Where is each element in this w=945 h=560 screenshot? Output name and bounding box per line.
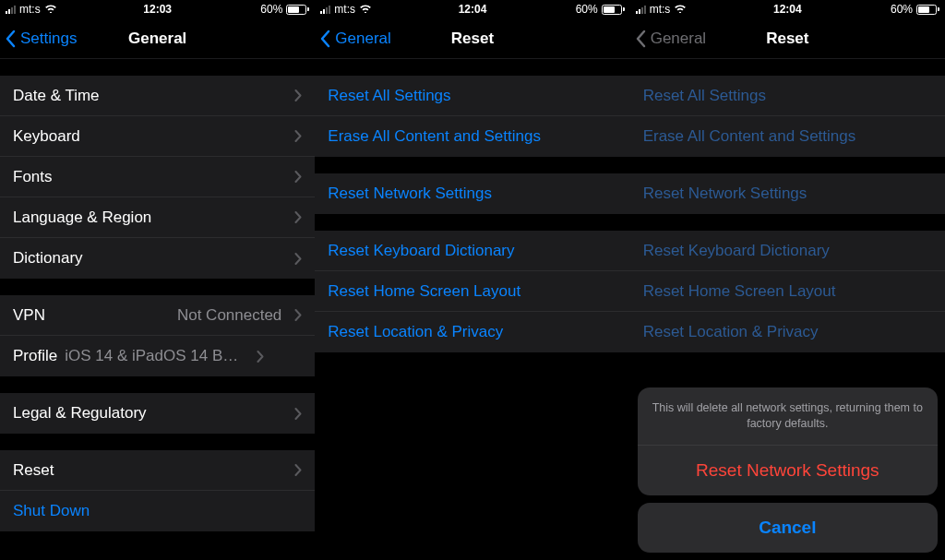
carrier-label: mt:s [19, 3, 41, 16]
battery-pct: 60% [891, 3, 913, 16]
row-reset-home-layout: Reset Home Screen Layout [630, 271, 945, 312]
nav-bar: General Reset [630, 18, 945, 59]
chevron-right-icon [294, 211, 302, 223]
chevron-right-icon [294, 89, 302, 101]
vpn-status: Not Connected [177, 306, 287, 325]
wifi-icon [44, 3, 57, 16]
chevron-right-icon [257, 351, 264, 363]
chevron-right-icon [294, 309, 302, 321]
row-reset-all: Reset All Settings [630, 76, 945, 116]
wifi-icon [674, 3, 687, 16]
sheet-message: This will delete all network settings, r… [638, 387, 938, 446]
chevron-right-icon [294, 253, 302, 265]
status-bar: mt:s 12:04 60% [630, 0, 945, 18]
carrier-label: mt:s [650, 3, 671, 16]
row-erase-all: Erase All Content and Settings [630, 116, 945, 157]
page-title: Reset [766, 30, 808, 48]
page-title: Reset [451, 30, 494, 48]
row-reset-network: Reset Network Settings [630, 173, 945, 214]
clock: 12:04 [773, 3, 802, 16]
chevron-left-icon [6, 30, 17, 48]
clock: 12:03 [143, 3, 172, 16]
back-label: General [651, 30, 706, 48]
row-shutdown[interactable]: Shut Down [0, 491, 315, 531]
clock: 12:04 [459, 3, 487, 16]
signal-icon [320, 5, 330, 14]
row-legal[interactable]: Legal & Regulatory [0, 393, 315, 434]
chevron-left-icon [636, 30, 647, 48]
row-dictionary[interactable]: Dictionary [0, 238, 315, 279]
status-bar: mt:s 12:03 60% [0, 0, 315, 18]
chevron-right-icon [294, 408, 302, 420]
nav-bar: Settings General [0, 18, 315, 59]
back-label: Settings [20, 30, 77, 48]
battery-icon [286, 5, 309, 15]
wifi-icon [359, 3, 372, 16]
action-sheet: This will delete all network settings, r… [638, 387, 938, 553]
back-button[interactable]: Settings [6, 30, 77, 48]
back-button[interactable]: General [320, 30, 390, 48]
signal-icon [636, 5, 646, 14]
row-reset-all[interactable]: Reset All Settings [315, 76, 629, 116]
row-reset-location-privacy: Reset Location & Privacy [630, 312, 945, 352]
chevron-right-icon [294, 464, 302, 476]
status-bar: mt:s 12:04 60% [315, 0, 629, 18]
row-vpn[interactable]: VPN Not Connected [0, 295, 315, 336]
back-label: General [335, 30, 390, 48]
screen-reset: mt:s 12:04 60% General Reset Reset All S… [315, 0, 629, 560]
row-reset[interactable]: Reset [0, 450, 315, 491]
row-fonts[interactable]: Fonts [0, 157, 315, 197]
row-reset-network[interactable]: Reset Network Settings [315, 173, 629, 214]
row-profile[interactable]: Profile iOS 14 & iPadOS 14 Beta Softwar.… [0, 336, 315, 376]
battery-pct: 60% [576, 3, 598, 16]
battery-pct: 60% [260, 3, 282, 16]
chevron-left-icon [320, 30, 331, 48]
chevron-right-icon [294, 171, 302, 183]
row-reset-home-layout[interactable]: Reset Home Screen Layout [315, 271, 629, 312]
screen-reset-confirm: mt:s 12:04 60% General Reset Reset All S… [630, 0, 945, 560]
chevron-right-icon [294, 130, 302, 142]
page-title: General [128, 30, 186, 48]
screen-general: mt:s 12:03 60% Settings General Date & T… [0, 0, 315, 560]
confirm-reset-network-button[interactable]: Reset Network Settings [638, 446, 938, 495]
signal-icon [6, 5, 16, 14]
row-language-region[interactable]: Language & Region [0, 197, 315, 238]
row-reset-location-privacy[interactable]: Reset Location & Privacy [315, 312, 629, 352]
profile-value: iOS 14 & iPadOS 14 Beta Softwar... [65, 347, 249, 365]
row-reset-keyboard-dict[interactable]: Reset Keyboard Dictionary [315, 231, 629, 271]
cancel-button[interactable]: Cancel [638, 503, 938, 553]
row-keyboard[interactable]: Keyboard [0, 116, 315, 157]
row-reset-keyboard-dict: Reset Keyboard Dictionary [630, 231, 945, 271]
back-button: General [636, 30, 706, 48]
row-date-time[interactable]: Date & Time [0, 76, 315, 116]
battery-icon [602, 5, 625, 15]
battery-icon [916, 5, 939, 15]
row-erase-all[interactable]: Erase All Content and Settings [315, 116, 629, 157]
carrier-label: mt:s [334, 3, 355, 16]
nav-bar: General Reset [315, 18, 629, 59]
